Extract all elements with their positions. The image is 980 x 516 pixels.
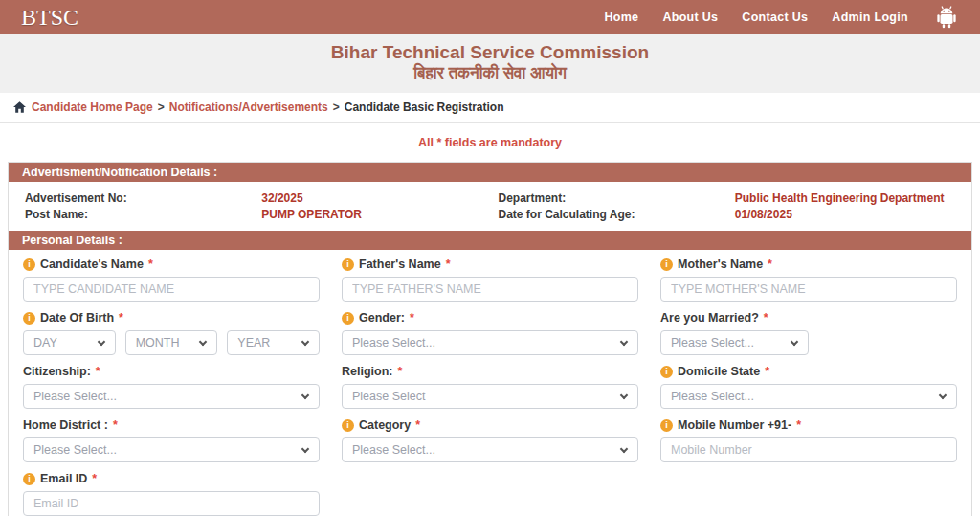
advertisement-no-label: Advertisement No: (25, 191, 261, 205)
label-text: Category (359, 417, 411, 433)
required-asterisk: * (119, 310, 123, 325)
home-district-select-wrap: Please Select... (23, 437, 320, 462)
field-domicile-state: i Domicile State * Please Select... (660, 364, 957, 409)
label-text: Gender: (359, 310, 405, 325)
dob-month-wrap: MONTH (125, 330, 218, 355)
date-calculating-age-label: Date for Calculating Age: (499, 208, 735, 221)
field-email-id: i Email ID * (23, 471, 320, 516)
religion-select-wrap: Please Select (342, 384, 638, 409)
breadcrumb-candidate-home[interactable]: Candidate Home Page (32, 101, 153, 114)
category-select[interactable]: Please Select... (342, 437, 638, 462)
dob-year-select[interactable]: YEAR (227, 330, 320, 355)
dob-month-select[interactable]: MONTH (125, 330, 218, 355)
field-married: Are you Married? * Please Select... (660, 310, 957, 355)
required-asterisk: * (768, 257, 772, 272)
religion-select[interactable]: Please Select (342, 384, 638, 409)
btsc-logo[interactable]: BTSC (21, 5, 78, 31)
top-navbar: BTSC Home About Us Contact Us Admin Logi… (0, 0, 980, 34)
section-header-advertisement: Advertisment/Notification Details : (9, 163, 971, 182)
mandatory-fields-notice: All * fields are mandatory (0, 123, 980, 162)
breadcrumb-notifications[interactable]: Notifications/Advertisements (169, 101, 328, 114)
label-text: Father's Name (359, 257, 441, 272)
domicile-state-label: i Domicile State * (660, 364, 957, 379)
info-icon: i (660, 366, 673, 378)
main-nav: Home About Us Contact Us Admin Login (604, 5, 959, 30)
gender-select[interactable]: Please Select... (342, 330, 638, 355)
required-asterisk: * (96, 364, 100, 379)
nav-about-us[interactable]: About Us (662, 11, 718, 24)
section-header-personal: Personal Details : (9, 231, 971, 250)
breadcrumb: Candidate Home Page > Notifications/Adve… (0, 93, 980, 123)
department-label: Department: (499, 191, 735, 205)
citizenship-select-wrap: Please Select... (23, 384, 320, 409)
info-icon: i (23, 258, 35, 271)
required-asterisk: * (397, 364, 402, 379)
advertisement-no-value: 32/2025 (261, 191, 498, 205)
date-calculating-age-value: 01/08/2025 (735, 208, 971, 221)
field-religion: Religion: * Please Select (342, 364, 638, 409)
info-icon: i (342, 419, 354, 432)
required-asterisk: * (92, 471, 97, 486)
nav-contact-us[interactable]: Contact Us (742, 11, 808, 24)
info-icon: i (660, 258, 673, 271)
mobile-number-input[interactable] (660, 437, 957, 462)
dob-year-wrap: YEAR (227, 330, 320, 355)
category-label: i Category * (342, 417, 638, 433)
info-icon: i (342, 258, 354, 271)
candidate-name-label: i Candidate's Name * (23, 257, 320, 272)
required-asterisk: * (410, 310, 414, 325)
gender-label: i Gender: * (342, 310, 638, 325)
required-asterisk: * (765, 364, 769, 379)
domicile-state-select[interactable]: Please Select... (660, 384, 957, 409)
field-home-district: Home District : * Please Select... (23, 417, 320, 462)
citizenship-label: Citizenship: * (23, 364, 320, 379)
home-icon[interactable] (13, 101, 26, 113)
dob-day-wrap: DAY (23, 330, 116, 355)
father-name-input[interactable] (342, 277, 638, 302)
registration-panel: Advertisment/Notification Details : Adve… (8, 162, 972, 516)
required-asterisk: * (148, 257, 153, 272)
dob-selects: DAY MONTH YEAR (23, 330, 320, 355)
mobile-number-label: i Mobile Number +91- * (660, 417, 957, 433)
citizenship-select[interactable]: Please Select... (23, 384, 320, 409)
married-select[interactable]: Please Select... (660, 330, 809, 355)
post-name-label: Post Name: (25, 208, 261, 221)
breadcrumb-current-page: Candidate Basic Registration (345, 101, 504, 114)
label-text: Candidate's Name (40, 257, 144, 272)
label-text: Mobile Number +91- (678, 417, 791, 433)
info-icon: i (660, 419, 673, 432)
main-content: All * fields are mandatory Advertisment/… (0, 123, 980, 516)
site-title-band: Bihar Technical Service Commission बिहार… (0, 34, 980, 93)
label-text: Mother's Name (678, 257, 763, 272)
label-text: Citizenship: (23, 364, 91, 379)
field-citizenship: Citizenship: * Please Select... (23, 364, 320, 409)
label-text: Date Of Birth (40, 310, 114, 325)
field-mother-name: i Mother's Name * (660, 257, 957, 302)
label-text: Email ID (40, 471, 87, 486)
email-id-input[interactable] (23, 491, 320, 516)
field-category: i Category * Please Select... (342, 417, 638, 462)
mother-name-input[interactable] (660, 277, 957, 302)
email-id-label: i Email ID * (23, 471, 320, 486)
advertisement-details: Advertisement No: 32/2025 Department: Pu… (9, 182, 971, 231)
label-text: Domicile State (678, 364, 760, 379)
required-asterisk: * (113, 417, 118, 433)
candidate-name-input[interactable] (23, 277, 320, 302)
date-of-birth-label: i Date Of Birth * (23, 310, 320, 325)
required-asterisk: * (415, 417, 420, 433)
field-father-name: i Father's Name * (342, 257, 638, 302)
dob-day-select[interactable]: DAY (23, 330, 116, 355)
gender-select-wrap: Please Select... (342, 330, 638, 355)
married-select-wrap: Please Select... (660, 330, 809, 355)
nav-home[interactable]: Home (604, 11, 638, 24)
android-app-icon[interactable] (934, 5, 959, 30)
site-title-hindi: बिहार तकनीकी सेवा आयोग (0, 64, 980, 83)
required-asterisk: * (796, 417, 801, 433)
nav-admin-login[interactable]: Admin Login (832, 11, 908, 24)
field-gender: i Gender: * Please Select... (342, 310, 638, 355)
label-text: Home District : (23, 417, 108, 433)
home-district-select[interactable]: Please Select... (23, 437, 320, 462)
mother-name-label: i Mother's Name * (660, 257, 957, 272)
breadcrumb-separator: > (158, 101, 165, 114)
married-label: Are you Married? * (660, 310, 957, 325)
